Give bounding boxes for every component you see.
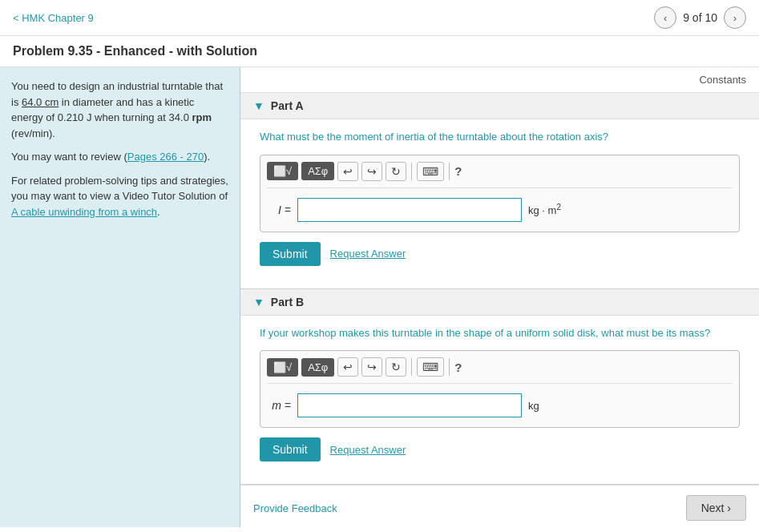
part-a-redo-btn[interactable]: ↪ xyxy=(361,162,382,181)
sidebar-rpm-bold: rpm xyxy=(192,111,212,123)
part-b-body: If your workshop makes this turntable in… xyxy=(240,316,759,472)
part-a-separator xyxy=(411,163,412,180)
part-b-question: If your workshop makes this turntable in… xyxy=(260,325,740,341)
part-b-actions: Submit Request Answer xyxy=(260,437,740,461)
part-a-answer-box: ⬜√ ΑΣφ ↩ ↪ ↻ ⌨ ? I = xyxy=(260,155,740,232)
part-a-unit: kg · m2 xyxy=(528,203,561,216)
part-b-answer-input[interactable] xyxy=(297,393,522,417)
content-area: Constants ▼ Part A What must be the mome… xyxy=(240,67,759,527)
part-b-refresh-btn[interactable]: ↻ xyxy=(386,357,406,377)
constants-link[interactable]: Constants xyxy=(699,74,746,86)
sidebar-para1: You need to design an industrial turntab… xyxy=(11,79,228,141)
part-b-matrix-icon: ⬜√ xyxy=(273,361,292,373)
part-b-input-row: m = kg xyxy=(267,390,733,421)
part-b-section: ▼ Part B If your workshop makes this tur… xyxy=(240,289,759,486)
part-a-answer-input[interactable] xyxy=(297,198,522,222)
part-a-symbol-btn[interactable]: ΑΣφ xyxy=(301,162,334,180)
sidebar: You need to design an industrial turntab… xyxy=(0,67,240,527)
part-a-header[interactable]: ▼ Part A xyxy=(240,93,759,119)
part-b-answer-box: ⬜√ ΑΣφ ↩ ↪ ↻ ⌨ ? m = xyxy=(260,350,740,428)
part-a-symbol-label: ΑΣφ xyxy=(308,165,328,177)
part-a-actions: Submit Request Answer xyxy=(260,242,740,266)
problem-title: Problem 9.35 - Enhanced - with Solution xyxy=(0,36,759,67)
part-b-unit: kg xyxy=(528,400,539,412)
part-b-submit-button[interactable]: Submit xyxy=(260,437,321,461)
part-b-matrix-btn[interactable]: ⬜√ xyxy=(267,358,298,377)
part-a-question: What must be the moment of inertia of th… xyxy=(260,129,740,145)
sidebar-diameter: 64.0 cm xyxy=(22,96,59,108)
part-b-symbol-btn[interactable]: ΑΣφ xyxy=(301,358,334,377)
part-b-redo-btn[interactable]: ↪ xyxy=(361,357,382,377)
part-b-keyboard-btn[interactable]: ⌨ xyxy=(417,357,444,377)
part-b-title: Part B xyxy=(271,296,304,308)
page-count: 9 of 10 xyxy=(683,11,717,24)
part-a-body: What must be the moment of inertia of th… xyxy=(240,119,759,276)
main-layout: You need to design an industrial turntab… xyxy=(0,67,759,527)
part-a-collapse-icon: ▼ xyxy=(253,99,264,112)
sidebar-video-link[interactable]: A cable unwinding from a winch xyxy=(11,206,157,218)
sidebar-para3: For related problem-solving tips and str… xyxy=(11,173,228,220)
part-a-undo-btn[interactable]: ↩ xyxy=(337,162,358,181)
back-link[interactable]: < HMK Chapter 9 xyxy=(13,12,94,24)
part-b-toolbar: ⬜√ ΑΣφ ↩ ↪ ↻ ⌨ ? xyxy=(267,357,733,384)
part-b-symbol-label: ΑΣφ xyxy=(308,361,328,373)
part-a-separator2 xyxy=(449,163,450,180)
part-a-submit-button[interactable]: Submit xyxy=(260,242,321,266)
part-a-input-label: I = xyxy=(267,204,291,216)
part-a-section: ▼ Part A What must be the moment of iner… xyxy=(240,93,759,289)
feedback-link[interactable]: Provide Feedback xyxy=(253,502,337,514)
part-a-keyboard-btn[interactable]: ⌨ xyxy=(417,162,444,181)
prev-page-button[interactable]: ‹ xyxy=(654,6,676,29)
part-a-refresh-btn[interactable]: ↻ xyxy=(386,162,406,181)
part-b-request-link[interactable]: Request Answer xyxy=(330,444,406,456)
part-a-request-link[interactable]: Request Answer xyxy=(330,248,406,260)
next-button[interactable]: Next › xyxy=(686,495,746,521)
constants-bar: Constants xyxy=(240,67,759,93)
part-b-collapse-icon: ▼ xyxy=(253,296,264,308)
part-a-input-row: I = kg · m2 xyxy=(267,195,733,225)
part-a-toolbar: ⬜√ ΑΣφ ↩ ↪ ↻ ⌨ ? xyxy=(267,162,733,188)
bottom-bar: Provide Feedback Next › xyxy=(240,485,759,527)
part-a-title: Part A xyxy=(271,99,304,112)
sidebar-para2: You may want to review (Pages 266 - 270)… xyxy=(11,149,228,165)
part-b-input-label: m = xyxy=(267,399,291,412)
part-b-separator2 xyxy=(449,358,450,376)
next-page-button[interactable]: › xyxy=(724,6,746,29)
part-b-separator xyxy=(411,358,412,376)
part-b-undo-btn[interactable]: ↩ xyxy=(337,357,358,377)
pagination: ‹ 9 of 10 › xyxy=(654,6,746,29)
part-a-matrix-btn[interactable]: ⬜√ xyxy=(267,162,298,180)
part-b-header[interactable]: ▼ Part B xyxy=(240,289,759,316)
part-a-matrix-icon: ⬜√ xyxy=(273,165,292,177)
part-a-help-btn[interactable]: ? xyxy=(454,164,462,178)
sidebar-pages-link[interactable]: Pages 266 - 270 xyxy=(127,151,204,163)
part-b-help-btn[interactable]: ? xyxy=(454,361,462,374)
